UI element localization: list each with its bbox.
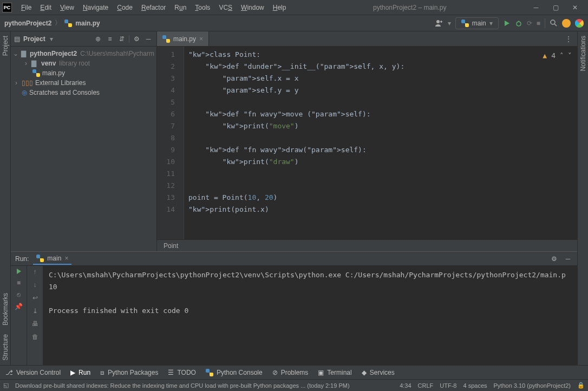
menu-window[interactable]: Window <box>237 2 268 13</box>
branch-icon: ⎇ <box>5 369 13 376</box>
collapse-all-icon[interactable]: ⇵ <box>117 35 127 43</box>
hide-panel-icon[interactable]: ─ <box>143 35 153 43</box>
tool-todo[interactable]: ☰ TODO <box>168 369 195 376</box>
menu-edit[interactable]: Edit <box>36 2 55 13</box>
editor-tab-label: main.py <box>173 35 196 43</box>
left-tool-gutter: Project Bookmarks Structure <box>0 31 11 365</box>
down-icon[interactable]: ↓ <box>34 281 37 289</box>
run-settings-icon[interactable]: ⚙ <box>549 255 559 263</box>
clear-icon[interactable]: 🗑 <box>32 333 38 341</box>
inspection-widget[interactable]: ▲ 4 ˄ ˅ <box>543 50 572 62</box>
soft-wrap-icon[interactable]: ↩ <box>32 294 38 302</box>
stop-button[interactable]: ■ <box>537 19 540 27</box>
add-user-icon[interactable] <box>435 19 443 28</box>
tree-venv-hint: library root <box>59 60 90 67</box>
tool-python-console[interactable]: Python Console <box>206 369 263 376</box>
pin-icon[interactable]: 📌 <box>15 303 23 310</box>
status-tool-icon[interactable]: ◱ <box>3 382 9 389</box>
breadcrumb-project[interactable]: pythonProject2 <box>4 19 51 27</box>
editor-tab-main[interactable]: main.py × <box>157 31 209 46</box>
tree-venv[interactable]: › ▇ venv library root <box>11 58 156 68</box>
menu-file[interactable]: File <box>17 2 35 13</box>
scroll-to-end-icon[interactable]: ⤓ <box>32 307 38 315</box>
minimize-button[interactable]: ─ <box>530 4 543 11</box>
tool-terminal[interactable]: ▣ Terminal <box>318 369 351 376</box>
stop-icon[interactable]: ■ <box>17 279 21 286</box>
structure-tool-tab[interactable]: Structure <box>1 330 10 365</box>
status-encoding[interactable]: UTF-8 <box>440 382 456 389</box>
run-output[interactable]: C:\Users\mshah\PycharmProjects\pythonPro… <box>43 266 577 365</box>
python-file-icon <box>32 69 40 77</box>
menu-run[interactable]: Run <box>171 2 190 13</box>
debug-button[interactable] <box>515 19 522 27</box>
editor-tabs-menu[interactable]: ⋮ <box>560 31 577 46</box>
warning-count: 4 <box>551 50 556 62</box>
tree-external-libs[interactable]: › ▯▯▯ External Libraries <box>11 78 156 88</box>
notifications-tool-tab[interactable]: Notifications <box>578 31 588 75</box>
project-view-dropdown[interactable]: ▾ <box>50 35 53 43</box>
updates-icon[interactable] <box>562 19 571 28</box>
tool-run[interactable]: ▶ Run <box>70 369 90 376</box>
coverage-button[interactable]: ⟳ <box>527 19 532 27</box>
prev-highlight-icon[interactable]: ˄ <box>560 50 564 62</box>
settings-icon[interactable]: ⚙ <box>132 35 141 43</box>
close-button[interactable]: ✕ <box>569 4 582 11</box>
tree-scratches[interactable]: › ◎ Scratches and Consoles <box>11 88 156 97</box>
code-content[interactable]: "kw">class Point: "kw">def "dunder">__in… <box>184 47 577 239</box>
select-opened-file-icon[interactable]: ⊕ <box>93 35 103 43</box>
editor-breadcrumb[interactable]: Point <box>157 239 577 251</box>
exit-icon[interactable]: ⎋ <box>17 291 21 298</box>
status-line-col[interactable]: 4:34 <box>400 382 411 389</box>
menu-vcs[interactable]: VCS <box>215 2 236 13</box>
status-line-separator[interactable]: CRLF <box>418 382 434 389</box>
menu-code[interactable]: Code <box>113 2 136 13</box>
ide-features-icon[interactable] <box>575 19 584 28</box>
status-message[interactable]: Download pre-built shared indexes: Reduc… <box>15 382 393 389</box>
expand-arrow-icon[interactable]: › <box>23 60 29 67</box>
expand-arrow-icon[interactable]: ⌄ <box>13 50 19 57</box>
expand-arrow-icon[interactable]: › <box>13 79 19 87</box>
hide-run-panel-icon[interactable]: ─ <box>563 255 573 263</box>
next-highlight-icon[interactable]: ˅ <box>568 50 572 62</box>
menu-help[interactable]: Help <box>269 2 290 13</box>
status-lock-icon[interactable]: 🔒 <box>577 382 585 389</box>
up-icon[interactable]: ↑ <box>34 268 37 276</box>
tree-external-label: External Libraries <box>35 79 86 87</box>
right-tool-gutter: Notifications <box>577 31 588 365</box>
maximize-button[interactable]: ▢ <box>549 4 562 11</box>
menu-view[interactable]: View <box>56 2 78 13</box>
tree-root[interactable]: ⌄ ▇ pythonProject2 C:\Users\mshah\Pychar… <box>11 49 156 58</box>
expand-all-icon[interactable]: ≡ <box>105 35 115 43</box>
run-button[interactable] <box>503 19 511 27</box>
python-file-icon <box>64 19 72 27</box>
bookmarks-tool-tab[interactable]: Bookmarks <box>1 289 10 330</box>
tool-label: Services <box>370 369 395 376</box>
project-tool-tab[interactable]: Project <box>1 31 10 60</box>
run-config-selector[interactable]: main ▾ <box>455 17 499 29</box>
print-icon[interactable]: 🖶 <box>32 320 38 328</box>
tool-python-packages[interactable]: ⧈ Python Packages <box>100 369 158 376</box>
breadcrumb: pythonProject2 〉 main.py <box>4 18 100 28</box>
menu-refactor[interactable]: Refactor <box>138 2 169 13</box>
window-controls: ─ ▢ ✕ <box>530 4 582 11</box>
tree-main-file[interactable]: main.py <box>11 68 156 78</box>
menu-tools[interactable]: Tools <box>191 2 214 13</box>
close-run-tab-icon[interactable]: × <box>64 255 68 262</box>
tool-version-control[interactable]: ⎇ Version Control <box>5 369 61 376</box>
project-panel: ▤ Project ▾ ⊕ ≡ ⇵ ⚙ ─ ⌄ ▇ pythonProject2 <box>11 31 157 251</box>
tool-problems[interactable]: ⊘ Problems <box>272 369 309 376</box>
status-indent[interactable]: 4 spaces <box>463 382 487 389</box>
rerun-icon[interactable] <box>16 268 22 275</box>
editor-body[interactable]: 1234567891011121314 "kw">class Point: "k… <box>157 47 577 239</box>
tool-services[interactable]: ◆ Services <box>362 369 395 376</box>
status-interpreter[interactable]: Python 3.10 (pythonProject2) <box>494 382 571 389</box>
titlebar: PC File Edit View Navigate Code Refactor… <box>0 0 588 15</box>
breadcrumb-file[interactable]: main.py <box>75 19 100 27</box>
search-button[interactable] <box>550 19 558 27</box>
run-tab-main[interactable]: main × <box>33 253 71 265</box>
tool-label: Problems <box>281 369 309 376</box>
run-tab-label: main <box>47 255 61 262</box>
close-tab-icon[interactable]: × <box>199 35 203 43</box>
menu-navigate[interactable]: Navigate <box>79 2 112 13</box>
editor-breadcrumb-item: Point <box>164 242 178 250</box>
